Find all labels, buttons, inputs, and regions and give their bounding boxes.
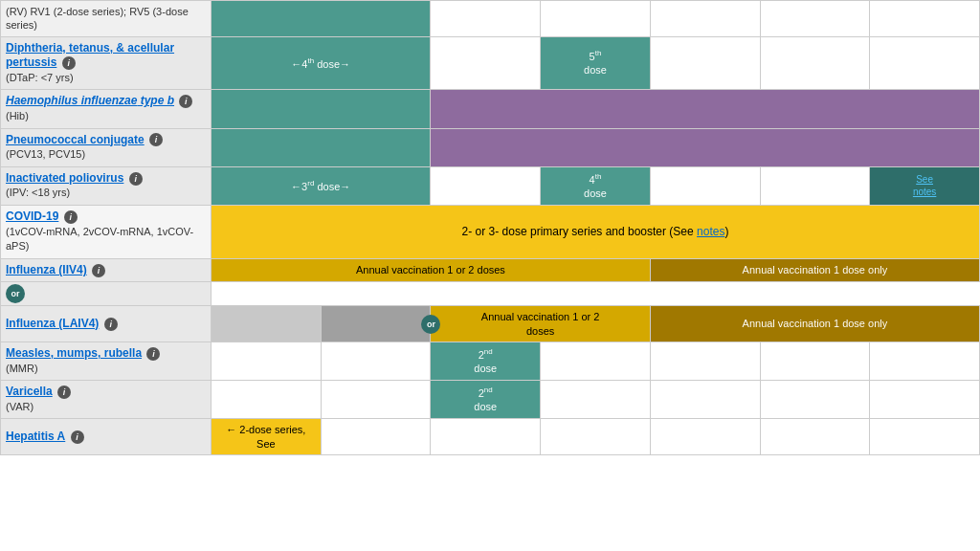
rv-label: (RV) RV1 (2-dose series); RV5 (3-dose se…	[1, 1, 212, 37]
pcv-vaccine-cell: Pneumococcal conjugate i (PCV13, PCV15)	[1, 128, 212, 166]
dtap-empty-4	[870, 36, 980, 90]
rv-cell-5	[760, 1, 870, 37]
dtap-info-icon[interactable]: i	[62, 56, 76, 70]
flulaiv-info-icon[interactable]: i	[104, 318, 118, 331]
rv-cell-6	[870, 1, 980, 37]
pcv-teal	[212, 128, 431, 166]
table-row: Measles, mumps, rubella i (MMR) 2nddose	[1, 342, 980, 380]
dtap-sub: (DTaP: <7 yrs)	[6, 72, 74, 83]
pcv-purple	[431, 128, 980, 166]
var-2nd-dose: 2nddose	[431, 381, 541, 419]
mmr-empty-3	[541, 342, 651, 380]
table-row: (RV) RV1 (2-dose series); RV5 (3-dose se…	[1, 1, 980, 37]
covid-notes-link[interactable]: notes	[697, 225, 724, 238]
covid-sub: (1vCOV-mRNA, 2vCOV-mRNA, 1vCOV-aPS)	[6, 226, 193, 253]
mmr-link[interactable]: Measles, mumps, rubella	[6, 346, 142, 360]
fluiiv-link[interactable]: Influenza (IIV4)	[6, 263, 87, 276]
dtap-link[interactable]: Diphtheria, tetanus, & acellular pertuss…	[6, 41, 174, 70]
table-row: Inactivated poliovirus i (IPV: <18 yrs) …	[1, 166, 980, 205]
varicella-info-icon[interactable]: i	[57, 386, 71, 399]
varicella-link[interactable]: Varicella	[6, 385, 53, 398]
covid-link[interactable]: COVID-19	[6, 209, 58, 223]
dtap-empty-2	[650, 36, 760, 90]
var-empty-1	[212, 381, 322, 419]
table-row: Diphtheria, tetanus, & acellular pertuss…	[1, 36, 980, 90]
flulaiv-dose-1: Annual vaccination 1 dose only	[650, 306, 979, 342]
table-row: Influenza (LAIV4) i or Annual vaccinatio…	[1, 306, 980, 342]
dtap-empty-1	[431, 36, 541, 90]
hib-teal	[212, 90, 431, 128]
ipv-empty-1	[431, 166, 541, 205]
var-empty-2	[321, 381, 431, 419]
dtap-empty-3	[760, 36, 870, 90]
dtap-4th-dose: ←4th dose→	[212, 36, 431, 90]
varicella-sub: (VAR)	[6, 401, 33, 412]
mmr-vaccine-cell: Measles, mumps, rubella i (MMR)	[1, 342, 212, 380]
covid-info-icon[interactable]: i	[64, 210, 78, 224]
mmr-empty-2	[321, 342, 431, 380]
hepa-empty-2	[431, 419, 541, 455]
flulaiv-gray-1	[212, 306, 322, 342]
flulaiv-gray-2	[321, 306, 431, 342]
rv-cell-4	[650, 1, 760, 37]
hepa-link[interactable]: Hepatitis A	[6, 430, 65, 443]
table-row: Hepatitis A i ← 2-dose series, See	[1, 419, 980, 455]
ipv-vaccine-cell: Inactivated poliovirus i (IPV: <18 yrs)	[1, 166, 212, 205]
rv-cell-1	[212, 1, 431, 37]
mmr-sub: (MMR)	[6, 363, 38, 374]
dtap-vaccine-cell: Diphtheria, tetanus, & acellular pertuss…	[1, 36, 212, 90]
ipv-link[interactable]: Inactivated poliovirus	[6, 171, 123, 185]
hepa-info-icon[interactable]: i	[71, 430, 84, 444]
varicella-vaccine-cell: Varicella i (VAR)	[1, 381, 212, 419]
hib-sub: (Hib)	[6, 110, 29, 121]
var-empty-6	[870, 381, 980, 419]
table-row: Haemophilus influenzae type b i (Hib)	[1, 90, 980, 128]
covid-schedule: 2- or 3- dose primary series and booster…	[212, 205, 980, 258]
flulaiv-vaccine-cell: Influenza (LAIV4) i	[1, 306, 212, 342]
flulaiv-link[interactable]: Influenza (LAIV4)	[6, 317, 99, 330]
fluiiv-vaccine-cell: Influenza (IIV4) i	[1, 258, 212, 282]
mmr-empty-4	[650, 342, 760, 380]
hib-purple	[431, 90, 980, 128]
ipv-sub: (IPV: <18 yrs)	[6, 187, 70, 198]
rv-cell-3	[541, 1, 651, 37]
pcv-info-icon[interactable]: i	[149, 133, 163, 146]
or-badge: or	[6, 284, 25, 303]
flulaiv-dose-1-2: or Annual vaccination 1 or 2doses	[431, 306, 650, 342]
table-row: Varicella i (VAR) 2nddose	[1, 381, 980, 419]
ipv-4th-dose: 4thdose	[541, 166, 651, 205]
ipv-see-notes[interactable]: Seenotes	[870, 166, 980, 205]
hib-vaccine-cell: Haemophilus influenzae type b i (Hib)	[1, 90, 212, 128]
hepa-empty-4	[650, 419, 760, 455]
var-empty-5	[760, 381, 870, 419]
laiv-or-badge: or	[421, 315, 440, 334]
ipv-3rd-dose: ←3rd dose→	[212, 166, 431, 205]
rv-cell-2	[431, 1, 541, 37]
hepa-empty-1	[321, 419, 431, 455]
or-spacer	[212, 282, 980, 306]
pcv-link[interactable]: Pneumococcal conjugate	[6, 133, 145, 146]
hepa-vaccine-cell: Hepatitis A i	[1, 419, 212, 455]
mmr-info-icon[interactable]: i	[146, 347, 160, 361]
table-row: Influenza (IIV4) i Annual vaccination 1 …	[1, 258, 980, 282]
ipv-info-icon[interactable]: i	[129, 172, 143, 186]
or-label: or	[1, 282, 212, 306]
pcv-sub: (PCV13, PCV15)	[6, 148, 85, 160]
fluiiv-dose-1-2: Annual vaccination 1 or 2 doses	[212, 258, 651, 282]
fluiiv-info-icon[interactable]: i	[92, 264, 105, 277]
ipv-empty-3	[760, 166, 870, 205]
var-empty-3	[541, 381, 651, 419]
dtap-5th-dose: 5thdose	[541, 36, 651, 90]
vaccine-schedule-table: (RV) RV1 (2-dose series); RV5 (3-dose se…	[0, 0, 980, 455]
hepa-empty-6	[870, 419, 980, 455]
mmr-empty-1	[212, 342, 322, 380]
table-row: Pneumococcal conjugate i (PCV13, PCV15)	[1, 128, 980, 166]
var-empty-4	[650, 381, 760, 419]
covid-vaccine-cell: COVID-19 i (1vCOV-mRNA, 2vCOV-mRNA, 1vCO…	[1, 205, 212, 258]
hib-link[interactable]: Haemophilus influenzae type b	[6, 94, 174, 107]
mmr-empty-6	[870, 342, 980, 380]
hepa-dose-series: ← 2-dose series, See	[212, 419, 322, 455]
or-row: or	[1, 282, 980, 306]
hepa-empty-3	[541, 419, 651, 455]
hib-info-icon[interactable]: i	[179, 95, 192, 108]
